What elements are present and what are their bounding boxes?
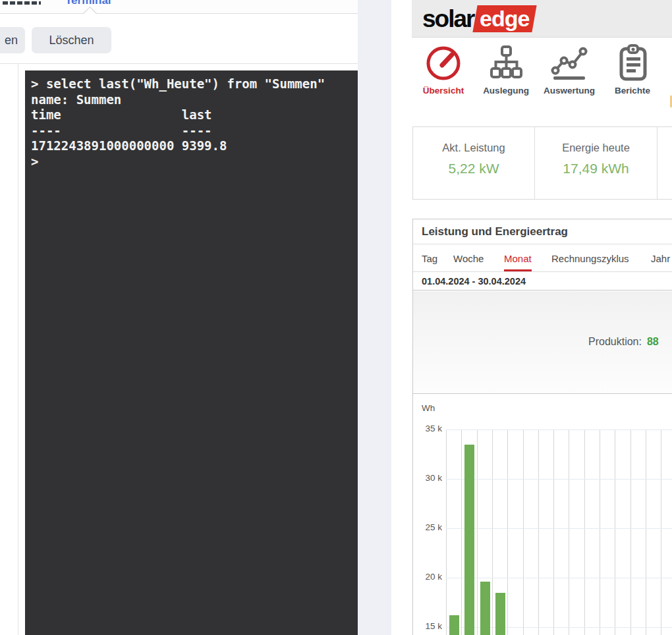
nav-item-auswertung[interactable]: Auswertung	[539, 43, 600, 107]
tab-rechnungszyklus[interactable]: Rechnungszyklus	[551, 253, 629, 264]
terminal-console[interactable]: > select last("Wh_Heute") from "Summen" …	[25, 70, 358, 635]
nav-label: Auslegung	[476, 86, 536, 96]
logo-text-solar: solar	[422, 5, 474, 32]
date-range: 01.04.2024 - 30.04.2024	[422, 276, 526, 287]
y-tick-label: 20 k	[413, 572, 442, 582]
card-akt-leistung: Akt. Leistung 5,22 kW	[413, 127, 534, 199]
tab-tag[interactable]: Tag	[422, 253, 437, 264]
plot-area	[446, 429, 672, 635]
terminal-window: Terminal en Löschen > select last("Wh_He…	[0, 0, 358, 635]
y-axis-unit: Wh	[422, 403, 435, 413]
h-gridline	[446, 479, 672, 480]
solaredge-window: solaredge Übersicht Auslegung	[391, 0, 672, 635]
card-value: 17,49 kWh	[535, 161, 657, 177]
h-gridline	[446, 578, 672, 578]
card-energie-heute: Energie heute 17,49 kWh	[534, 127, 657, 199]
tab-bar: Terminal	[0, 0, 358, 14]
solaredge-header: solaredge	[412, 0, 672, 38]
chart-panel-title: Leistung und Energieertrag	[422, 225, 568, 238]
chart-summary-strip: Produktion:88	[413, 291, 672, 394]
summary-cards-panel: Akt. Leistung 5,22 kW Energie heute 17,4…	[412, 126, 672, 200]
card-clipped	[657, 127, 672, 199]
terminal-output: > select last("Wh_Heute") from "Summen" …	[25, 70, 358, 169]
nav-label: Berichte	[602, 86, 663, 96]
chart-panel: Leistung und Energieertrag Tag Woche Mon…	[412, 219, 672, 635]
production-summary: Produktion:88	[588, 336, 659, 348]
tab-woche[interactable]: Woche	[453, 253, 484, 264]
panel-divider	[0, 63, 358, 64]
bar-chart: Wh 35 k30 k25 k20 k15 k	[413, 395, 672, 635]
bar-day-2[interactable]	[464, 445, 474, 635]
y-tick-label: 30 k	[413, 473, 442, 483]
tab-monat[interactable]: Monat	[504, 253, 532, 271]
y-tick-label: 35 k	[413, 424, 442, 433]
production-label: Produktion:	[588, 336, 642, 347]
card-label: Akt. Leistung	[413, 142, 534, 154]
nav-item-berichte[interactable]: Berichte	[602, 43, 663, 107]
bar-day-1[interactable]	[449, 615, 459, 635]
tab-terminal[interactable]: Terminal	[65, 0, 126, 13]
date-range-row: 01.04.2024 - 30.04.2024	[413, 273, 672, 290]
nav-item-auslegung[interactable]: Auslegung	[476, 43, 536, 107]
production-value: 88	[647, 336, 659, 347]
tab-jahr[interactable]: Jahr	[651, 253, 670, 264]
execute-button-clipped[interactable]: en	[0, 27, 25, 53]
layout-hierarchy-icon	[487, 43, 525, 82]
trend-chart-icon	[550, 43, 588, 82]
logo-red-flag: edge	[473, 5, 538, 32]
solaredge-logo: solaredge	[422, 5, 535, 32]
chart-panel-title-row: Leistung und Energieertrag	[413, 219, 672, 244]
nav-item-uebersicht[interactable]: Übersicht	[413, 43, 474, 107]
card-value: 5,22 kW	[413, 161, 534, 177]
logo-text-edge: edge	[480, 5, 530, 32]
y-tick-label: 15 k	[413, 621, 442, 631]
gauge-icon	[424, 43, 462, 82]
nav-label: Auswertung	[539, 86, 600, 96]
bar-day-4[interactable]	[495, 593, 505, 635]
card-label: Energie heute	[535, 142, 657, 154]
h-gridline	[446, 429, 672, 430]
clipboard-report-icon	[613, 43, 652, 82]
y-tick-label: 25 k	[413, 522, 442, 532]
clipped-tab[interactable]	[3, 1, 41, 5]
window-gap	[358, 0, 391, 635]
bar-day-3[interactable]	[480, 582, 490, 635]
chart-period-tabs: Tag Woche Monat Rechnungszyklus Jahr	[413, 245, 672, 272]
nav-label: Übersicht	[413, 86, 474, 96]
h-gridline	[446, 528, 672, 529]
clear-button[interactable]: Löschen	[32, 27, 111, 53]
tab-terminal-label: Terminal	[65, 0, 126, 7]
panel-border	[18, 63, 18, 635]
